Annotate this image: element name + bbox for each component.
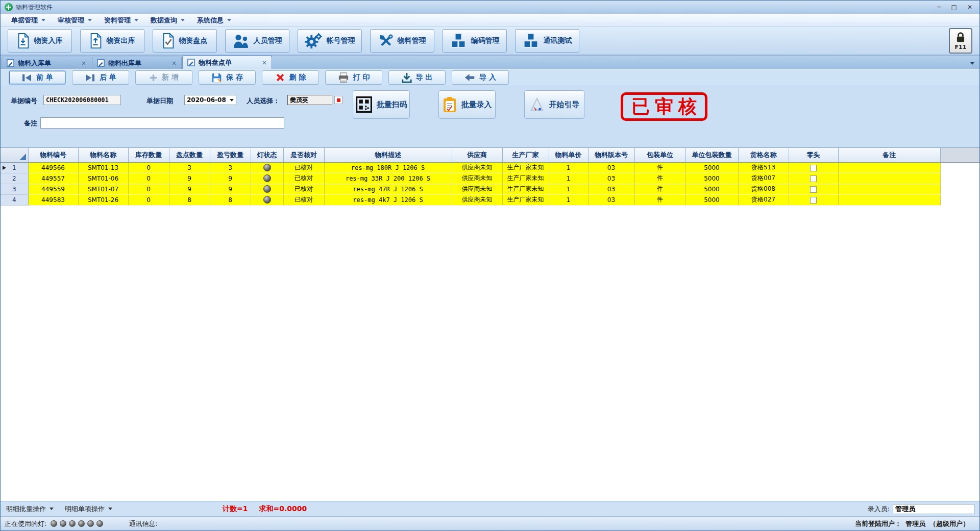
checkbox-unchecked[interactable]	[810, 186, 817, 193]
cell-name[interactable]: SMT01-07	[78, 184, 128, 194]
export-button[interactable]: 导 出	[388, 70, 446, 85]
cell-pack[interactable]: 5000	[685, 194, 738, 205]
cell-slot[interactable]: 货格027	[738, 194, 789, 205]
cell-maker[interactable]: 生产厂家未知	[502, 184, 549, 194]
cell-code[interactable]: 449583	[28, 194, 78, 205]
cell-version[interactable]: 03	[588, 194, 634, 205]
tab-close-icon[interactable]: ×	[81, 60, 86, 67]
cell-stock[interactable]: 0	[128, 194, 169, 205]
cell-checked[interactable]: 已核对	[283, 173, 324, 184]
cell-slot[interactable]: 货格513	[738, 162, 789, 173]
cell-counted[interactable]: 9	[169, 173, 210, 184]
cell-version[interactable]: 03	[588, 184, 634, 194]
cell-remark[interactable]	[838, 184, 940, 194]
column-header[interactable]: 是否核对	[283, 148, 324, 162]
cell-fraction[interactable]	[789, 184, 838, 194]
new-doc-button[interactable]: 新 增	[135, 70, 192, 85]
column-header[interactable]: 物料编号	[28, 148, 78, 162]
menu-docs[interactable]: 单据管理	[6, 14, 51, 27]
column-header[interactable]: 货格名称	[738, 148, 789, 162]
menu-audit[interactable]: 审核管理	[52, 14, 97, 27]
cell-version[interactable]: 03	[588, 173, 634, 184]
batch-scan-button[interactable]: 批量扫码	[353, 90, 410, 119]
cell-remark[interactable]	[838, 173, 940, 184]
column-header[interactable]: 库存数量	[128, 148, 169, 162]
staff-manage-button[interactable]: 人员管理	[225, 29, 289, 53]
import-button[interactable]: 导 入	[452, 70, 509, 85]
tab-stock-out-form[interactable]: 物料出库单 ×	[92, 57, 182, 69]
cell-checked[interactable]: 已核对	[283, 194, 324, 205]
cell-diff[interactable]: 9	[210, 184, 251, 194]
cell-supplier[interactable]: 供应商未知	[452, 194, 502, 205]
cell-led-status[interactable]	[251, 173, 283, 184]
cell-code[interactable]: 449557	[28, 173, 78, 184]
tab-close-icon[interactable]: ×	[262, 59, 267, 66]
detail-single-ops-button[interactable]: 明细单项操作	[59, 501, 118, 516]
menu-data[interactable]: 资料管理	[99, 14, 144, 27]
table-row[interactable]: 1449566SMT01-13033已核对res-mg 180R J 1206 …	[1, 162, 979, 173]
column-header[interactable]: 物料单价	[549, 148, 588, 162]
checkbox-unchecked[interactable]	[810, 165, 817, 171]
cell-maker[interactable]: 生产厂家未知	[502, 162, 549, 173]
doc-no-input[interactable]	[43, 95, 121, 105]
cell-code[interactable]: 449559	[28, 184, 78, 194]
column-header[interactable]: 备注	[838, 148, 940, 162]
column-header[interactable]: 生产厂家	[502, 148, 549, 162]
cell-desc[interactable]: res-mg 180R J 1206 S	[324, 162, 452, 173]
column-header[interactable]: 盘点数量	[169, 148, 210, 162]
cell-price[interactable]: 1	[549, 162, 588, 173]
cell-stock[interactable]: 0	[128, 184, 169, 194]
tab-close-icon[interactable]: ×	[172, 60, 177, 67]
tab-list-dropdown-icon[interactable]	[970, 62, 974, 65]
row-selector[interactable]: 1	[1, 162, 28, 173]
cell-price[interactable]: 1	[549, 173, 588, 184]
tab-stock-in-form[interactable]: 物料入库单 ×	[2, 57, 91, 69]
menu-query[interactable]: 数据查询	[145, 14, 190, 27]
cell-led-status[interactable]	[251, 184, 283, 194]
select-all-corner[interactable]	[1, 148, 28, 162]
cell-stock[interactable]: 0	[128, 173, 169, 184]
cell-name[interactable]: SMT01-26	[78, 194, 128, 205]
prev-doc-button[interactable]: 前 单	[9, 70, 66, 85]
print-button[interactable]: 打 印	[325, 70, 382, 85]
cell-diff[interactable]: 8	[210, 194, 251, 205]
stock-out-button[interactable]: 物资出库	[80, 29, 144, 53]
remark-input[interactable]	[40, 117, 284, 129]
cell-desc[interactable]: res-mg 4k7 J 1206 S	[324, 194, 452, 205]
cell-unit[interactable]: 件	[634, 194, 685, 205]
cell-remark[interactable]	[838, 162, 940, 173]
cell-version[interactable]: 03	[588, 162, 634, 173]
column-header[interactable]: 包装单位	[634, 148, 685, 162]
stock-check-button[interactable]: 物资盘点	[153, 29, 217, 53]
cell-unit[interactable]: 件	[634, 184, 685, 194]
cell-pack[interactable]: 5000	[685, 162, 738, 173]
column-header[interactable]: 单位包装数量	[685, 148, 738, 162]
cell-checked[interactable]: 已核对	[283, 184, 324, 194]
cell-code[interactable]: 449566	[28, 162, 78, 173]
cell-maker[interactable]: 生产厂家未知	[502, 194, 549, 205]
minimize-button[interactable]: ─	[937, 4, 941, 11]
cell-supplier[interactable]: 供应商未知	[452, 184, 502, 194]
cell-led-status[interactable]	[251, 162, 283, 173]
cell-diff[interactable]: 3	[210, 162, 251, 173]
column-header[interactable]: 灯状态	[251, 148, 283, 162]
cell-checked[interactable]: 已核对	[283, 162, 324, 173]
checkbox-unchecked[interactable]	[810, 197, 817, 204]
account-manage-button[interactable]: 帐号管理	[298, 29, 362, 53]
maximize-button[interactable]: □	[951, 4, 957, 11]
cell-slot[interactable]: 货格008	[738, 184, 789, 194]
cell-pack[interactable]: 5000	[685, 173, 738, 184]
column-header[interactable]: 盈亏数量	[210, 148, 251, 162]
checkbox-unchecked[interactable]	[810, 175, 817, 182]
batch-entry-button[interactable]: 批量录入	[438, 90, 496, 119]
cell-maker[interactable]: 生产厂家未知	[502, 173, 549, 184]
menu-system[interactable]: 系统信息	[191, 14, 237, 27]
person-picker-button[interactable]	[334, 96, 342, 104]
cell-price[interactable]: 1	[549, 184, 588, 194]
cell-desc[interactable]: res-mg 47R J 1206 S	[324, 184, 452, 194]
save-button[interactable]: 保 存	[199, 70, 256, 85]
detail-batch-ops-button[interactable]: 明细批量操作	[1, 501, 59, 516]
cell-fraction[interactable]	[789, 162, 838, 173]
column-header[interactable]: 物料版本号	[588, 148, 634, 162]
person-select[interactable]: 樊茂英	[287, 95, 332, 105]
